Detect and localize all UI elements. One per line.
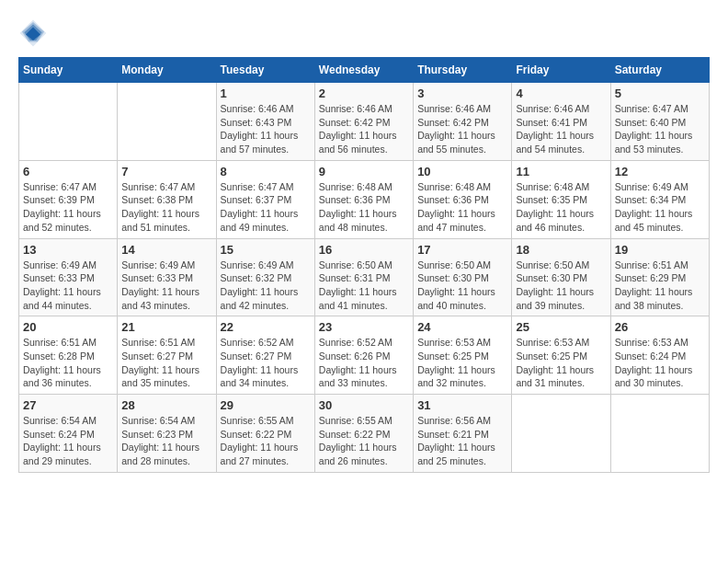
- week-row-3: 13Sunrise: 6:49 AM Sunset: 6:33 PM Dayli…: [19, 238, 710, 316]
- day-number: 2: [319, 86, 409, 100]
- day-info: Sunrise: 6:47 AM Sunset: 6:40 PM Dayligh…: [615, 102, 705, 156]
- day-number: 7: [121, 165, 211, 178]
- header-cell-saturday: Saturday: [610, 58, 709, 83]
- day-info: Sunrise: 6:54 AM Sunset: 6:23 PM Dayligh…: [121, 414, 211, 468]
- day-info: Sunrise: 6:46 AM Sunset: 6:41 PM Dayligh…: [516, 102, 606, 156]
- day-number: 22: [221, 320, 311, 334]
- day-number: 6: [23, 165, 113, 178]
- calendar-cell: 18Sunrise: 6:50 AM Sunset: 6:30 PM Dayli…: [512, 238, 610, 316]
- calendar-cell: 3Sunrise: 6:46 AM Sunset: 6:42 PM Daylig…: [414, 83, 512, 161]
- day-number: 26: [615, 320, 705, 334]
- calendar-header: SundayMondayTuesdayWednesdayThursdayFrid…: [19, 58, 710, 83]
- day-info: Sunrise: 6:53 AM Sunset: 6:25 PM Dayligh…: [516, 336, 606, 390]
- calendar-cell: 1Sunrise: 6:46 AM Sunset: 6:43 PM Daylig…: [216, 83, 314, 161]
- day-info: Sunrise: 6:47 AM Sunset: 6:37 PM Dayligh…: [221, 180, 311, 235]
- calendar-cell: 12Sunrise: 6:49 AM Sunset: 6:34 PM Dayli…: [610, 160, 709, 238]
- day-number: 27: [23, 398, 113, 412]
- header-cell-sunday: Sunday: [19, 58, 118, 83]
- day-number: 8: [221, 165, 311, 178]
- day-info: Sunrise: 6:47 AM Sunset: 6:39 PM Dayligh…: [23, 180, 113, 235]
- day-info: Sunrise: 6:55 AM Sunset: 6:22 PM Dayligh…: [319, 414, 409, 468]
- calendar-cell: 7Sunrise: 6:47 AM Sunset: 6:38 PM Daylig…: [118, 160, 216, 238]
- calendar-cell: 4Sunrise: 6:46 AM Sunset: 6:41 PM Daylig…: [512, 83, 610, 161]
- day-number: 29: [221, 398, 311, 412]
- day-info: Sunrise: 6:54 AM Sunset: 6:24 PM Dayligh…: [23, 414, 113, 468]
- day-number: 24: [417, 320, 507, 334]
- day-number: 3: [417, 86, 507, 100]
- calendar-cell: 25Sunrise: 6:53 AM Sunset: 6:25 PM Dayli…: [512, 316, 610, 395]
- day-info: Sunrise: 6:47 AM Sunset: 6:38 PM Dayligh…: [121, 180, 211, 235]
- calendar-cell: [512, 395, 610, 473]
- day-number: 16: [319, 243, 409, 257]
- calendar-table: SundayMondayTuesdayWednesdayThursdayFrid…: [18, 57, 710, 473]
- calendar-body: 1Sunrise: 6:46 AM Sunset: 6:43 PM Daylig…: [19, 83, 710, 473]
- day-info: Sunrise: 6:50 AM Sunset: 6:30 PM Dayligh…: [417, 259, 507, 313]
- day-number: 5: [615, 86, 705, 100]
- day-number: 30: [319, 398, 409, 412]
- calendar-cell: 23Sunrise: 6:52 AM Sunset: 6:26 PM Dayli…: [314, 316, 413, 395]
- week-row-4: 20Sunrise: 6:51 AM Sunset: 6:28 PM Dayli…: [19, 316, 710, 395]
- day-info: Sunrise: 6:46 AM Sunset: 6:43 PM Dayligh…: [221, 102, 311, 156]
- calendar-cell: 28Sunrise: 6:54 AM Sunset: 6:23 PM Dayli…: [118, 395, 216, 473]
- calendar-cell: 2Sunrise: 6:46 AM Sunset: 6:42 PM Daylig…: [314, 83, 413, 161]
- day-info: Sunrise: 6:49 AM Sunset: 6:32 PM Dayligh…: [221, 259, 311, 313]
- day-info: Sunrise: 6:51 AM Sunset: 6:28 PM Dayligh…: [23, 336, 113, 390]
- day-info: Sunrise: 6:50 AM Sunset: 6:30 PM Dayligh…: [516, 259, 606, 313]
- calendar-cell: 29Sunrise: 6:55 AM Sunset: 6:22 PM Dayli…: [216, 395, 314, 473]
- day-info: Sunrise: 6:56 AM Sunset: 6:21 PM Dayligh…: [417, 414, 507, 468]
- day-info: Sunrise: 6:55 AM Sunset: 6:22 PM Dayligh…: [221, 414, 311, 468]
- day-info: Sunrise: 6:51 AM Sunset: 6:29 PM Dayligh…: [615, 259, 705, 313]
- day-info: Sunrise: 6:52 AM Sunset: 6:26 PM Dayligh…: [319, 336, 409, 390]
- header-cell-thursday: Thursday: [414, 58, 512, 83]
- calendar-cell: 26Sunrise: 6:53 AM Sunset: 6:24 PM Dayli…: [610, 316, 709, 395]
- week-row-5: 27Sunrise: 6:54 AM Sunset: 6:24 PM Dayli…: [19, 395, 710, 473]
- calendar-cell: 19Sunrise: 6:51 AM Sunset: 6:29 PM Dayli…: [610, 238, 709, 316]
- day-number: 14: [121, 243, 211, 257]
- day-number: 4: [516, 86, 606, 100]
- header-row: SundayMondayTuesdayWednesdayThursdayFrid…: [19, 58, 710, 83]
- day-info: Sunrise: 6:49 AM Sunset: 6:33 PM Dayligh…: [23, 259, 113, 313]
- day-number: 15: [221, 243, 311, 257]
- header-cell-friday: Friday: [512, 58, 610, 83]
- day-info: Sunrise: 6:53 AM Sunset: 6:24 PM Dayligh…: [615, 336, 705, 390]
- day-info: Sunrise: 6:52 AM Sunset: 6:27 PM Dayligh…: [221, 336, 311, 390]
- week-row-2: 6Sunrise: 6:47 AM Sunset: 6:39 PM Daylig…: [19, 160, 710, 238]
- day-number: 20: [23, 320, 113, 334]
- day-number: 17: [417, 243, 507, 257]
- calendar-cell: 30Sunrise: 6:55 AM Sunset: 6:22 PM Dayli…: [314, 395, 413, 473]
- header-cell-wednesday: Wednesday: [314, 58, 413, 83]
- header-cell-tuesday: Tuesday: [216, 58, 314, 83]
- calendar-cell: 13Sunrise: 6:49 AM Sunset: 6:33 PM Dayli…: [19, 238, 118, 316]
- day-number: 19: [615, 243, 705, 257]
- calendar-cell: 8Sunrise: 6:47 AM Sunset: 6:37 PM Daylig…: [216, 160, 314, 238]
- calendar-cell: 10Sunrise: 6:48 AM Sunset: 6:36 PM Dayli…: [414, 160, 512, 238]
- day-info: Sunrise: 6:46 AM Sunset: 6:42 PM Dayligh…: [417, 102, 507, 156]
- day-info: Sunrise: 6:48 AM Sunset: 6:36 PM Dayligh…: [319, 180, 409, 235]
- day-info: Sunrise: 6:51 AM Sunset: 6:27 PM Dayligh…: [121, 336, 211, 390]
- calendar-cell: [19, 83, 118, 161]
- day-number: 10: [417, 165, 507, 178]
- day-number: 11: [516, 165, 606, 178]
- day-number: 31: [417, 398, 507, 412]
- day-number: 1: [221, 86, 311, 100]
- calendar-cell: 24Sunrise: 6:53 AM Sunset: 6:25 PM Dayli…: [414, 316, 512, 395]
- calendar-cell: 14Sunrise: 6:49 AM Sunset: 6:33 PM Dayli…: [118, 238, 216, 316]
- page-header: [18, 18, 710, 48]
- day-number: 13: [23, 243, 113, 257]
- calendar-cell: 17Sunrise: 6:50 AM Sunset: 6:30 PM Dayli…: [414, 238, 512, 316]
- calendar-cell: 15Sunrise: 6:49 AM Sunset: 6:32 PM Dayli…: [216, 238, 314, 316]
- logo-icon: [18, 18, 48, 48]
- calendar-cell: [118, 83, 216, 161]
- calendar-cell: 5Sunrise: 6:47 AM Sunset: 6:40 PM Daylig…: [610, 83, 709, 161]
- logo: [18, 18, 51, 48]
- calendar-cell: 6Sunrise: 6:47 AM Sunset: 6:39 PM Daylig…: [19, 160, 118, 238]
- calendar-cell: [610, 395, 709, 473]
- calendar-cell: 20Sunrise: 6:51 AM Sunset: 6:28 PM Dayli…: [19, 316, 118, 395]
- day-info: Sunrise: 6:50 AM Sunset: 6:31 PM Dayligh…: [319, 259, 409, 313]
- day-number: 18: [516, 243, 606, 257]
- calendar-cell: 11Sunrise: 6:48 AM Sunset: 6:35 PM Dayli…: [512, 160, 610, 238]
- day-info: Sunrise: 6:49 AM Sunset: 6:33 PM Dayligh…: [121, 259, 211, 313]
- day-info: Sunrise: 6:53 AM Sunset: 6:25 PM Dayligh…: [417, 336, 507, 390]
- calendar-cell: 22Sunrise: 6:52 AM Sunset: 6:27 PM Dayli…: [216, 316, 314, 395]
- header-cell-monday: Monday: [118, 58, 216, 83]
